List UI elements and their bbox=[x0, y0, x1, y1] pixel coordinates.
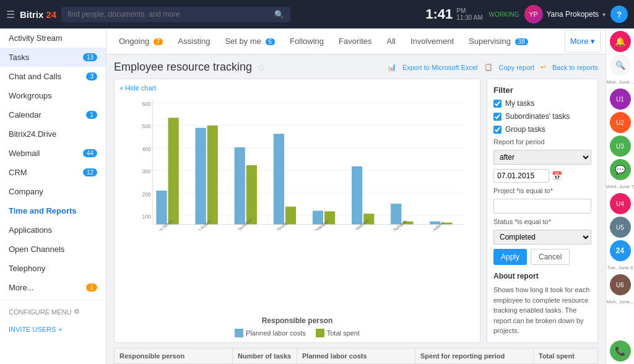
cancel-button[interactable]: Cancel bbox=[531, 249, 570, 265]
clock-info: 11:30 AM bbox=[456, 14, 482, 21]
invite-users[interactable]: INVITE USERS + bbox=[0, 321, 106, 338]
ongoing-badge: 7 bbox=[154, 38, 163, 45]
legend-planned-color bbox=[235, 329, 243, 337]
star-icon[interactable]: ☆ bbox=[257, 61, 266, 73]
tab-set-by-me[interactable]: Set by me 6 bbox=[217, 30, 282, 52]
chart-toggle[interactable]: « Hide chart bbox=[119, 84, 475, 92]
sidebar-item-more[interactable]: More... 1 bbox=[0, 278, 106, 297]
tab-all[interactable]: All bbox=[379, 30, 402, 52]
sidebar-item-webmail[interactable]: Webmail 44 bbox=[0, 144, 106, 163]
avatar-3[interactable]: U3 bbox=[610, 136, 631, 157]
table-col-1: Responsible person bbox=[115, 349, 233, 363]
back-to-reports-link[interactable]: Back to reports bbox=[552, 64, 598, 71]
avatar-6[interactable]: U6 bbox=[610, 274, 631, 295]
about-report-text: Shows how long it took for each employee… bbox=[493, 285, 591, 336]
tab-favorites[interactable]: Favorites bbox=[331, 30, 379, 52]
sidebar-label: Company bbox=[9, 187, 43, 196]
period-select[interactable]: after before between bbox=[493, 150, 591, 165]
sidebar-label: Time and Reports bbox=[9, 206, 77, 215]
table-col-4: Spent for reporting period bbox=[415, 349, 534, 363]
hamburger-icon[interactable]: ☰ bbox=[6, 9, 15, 20]
webmail-badge: 44 bbox=[83, 149, 97, 157]
sidebar-item-applications[interactable]: Applications bbox=[0, 220, 106, 240]
sidebar-item-activity[interactable]: Activity Stream bbox=[0, 28, 106, 48]
apply-button[interactable]: Apply bbox=[493, 249, 527, 265]
user-info[interactable]: YP Yana Prokopets ▾ bbox=[524, 5, 606, 24]
chat-green-icon[interactable]: 💬 bbox=[610, 159, 631, 180]
bitrix-icon[interactable]: 24 bbox=[610, 240, 631, 261]
my-tasks-check[interactable]: My tasks bbox=[493, 99, 591, 108]
tab-more[interactable]: More ▾ bbox=[565, 30, 601, 53]
tab-following[interactable]: Following bbox=[282, 30, 331, 52]
tab-label: More ▾ bbox=[570, 37, 595, 46]
export-excel-link[interactable]: Export to Microsoft Excel bbox=[402, 64, 478, 71]
configure-label: CONFIGURE MENU bbox=[9, 308, 71, 316]
svg-text:500: 500 bbox=[142, 123, 151, 129]
svg-text:100: 100 bbox=[142, 214, 151, 220]
svg-rect-14 bbox=[156, 191, 167, 225]
right-bar: 🔔 🔍 Mon, June... U1 U2 U3 💬 Wed, June 7 … bbox=[606, 28, 634, 364]
sidebar-item-drive[interactable]: Bitrix24.Drive bbox=[0, 124, 106, 144]
sidebar-label: CRM bbox=[9, 168, 27, 177]
search-button[interactable]: 🔍 bbox=[610, 54, 631, 76]
tab-supervising[interactable]: Supervising 38 bbox=[461, 30, 536, 52]
tab-ongoing[interactable]: Ongoing 7 bbox=[111, 30, 170, 52]
search-bar[interactable]: 🔍 bbox=[61, 7, 290, 22]
bell-button[interactable]: 🔔 bbox=[610, 31, 631, 52]
tab-label: Following bbox=[290, 37, 324, 46]
table-col-2: Number of tasks bbox=[233, 349, 297, 363]
avatar-2[interactable]: U2 bbox=[610, 112, 631, 133]
subordinates-checkbox[interactable] bbox=[493, 113, 502, 121]
sidebar-item-company[interactable]: Company bbox=[0, 182, 106, 201]
calendar-badge: 1 bbox=[86, 111, 97, 119]
sidebar-item-time-reports[interactable]: Time and Reports bbox=[0, 201, 106, 220]
sidebar-item-crm[interactable]: CRM 12 bbox=[0, 163, 106, 182]
tab-label: Involvement bbox=[410, 37, 454, 46]
copy-icon: 📋 bbox=[484, 63, 493, 71]
topbar: ☰ Bitrix 24 🔍 1:41 PM 11:30 AM WORKING Y… bbox=[0, 0, 634, 28]
phone-button[interactable]: 📞 bbox=[610, 340, 631, 362]
calendar-icon[interactable]: 📅 bbox=[552, 171, 562, 181]
search-input[interactable] bbox=[67, 10, 271, 19]
sidebar-item-telephony[interactable]: Telephony bbox=[0, 259, 106, 278]
sidebar-item-chat[interactable]: Chat and Calls 3 bbox=[0, 67, 106, 86]
sidebar-label: Telephony bbox=[9, 264, 45, 273]
date-input[interactable] bbox=[493, 169, 549, 183]
my-tasks-checkbox[interactable] bbox=[493, 100, 502, 108]
copy-report-link[interactable]: Copy report bbox=[499, 64, 534, 71]
svg-rect-23 bbox=[274, 134, 284, 224]
group-tasks-check[interactable]: Group tasks bbox=[493, 125, 591, 134]
sidebar-item-open-channels[interactable]: Open Channels bbox=[0, 240, 106, 259]
working-status: WORKING bbox=[489, 11, 519, 18]
sidebar-item-calendar[interactable]: Calendar 1 bbox=[0, 105, 106, 124]
tab-involvement[interactable]: Involvement bbox=[403, 30, 461, 52]
subordinates-check[interactable]: Subordinates' tasks bbox=[493, 112, 591, 121]
user-name: Yana Prokopets bbox=[547, 10, 599, 19]
chat-badge: 3 bbox=[86, 72, 97, 80]
group-tasks-checkbox[interactable] bbox=[493, 126, 502, 134]
sidebar-item-workgroups[interactable]: Workgroups bbox=[0, 86, 106, 105]
sidebar-item-tasks[interactable]: Tasks 13 bbox=[0, 48, 106, 67]
report-period-label: Report for period bbox=[493, 138, 591, 145]
sidebar-label: Applications bbox=[9, 225, 52, 235]
configure-menu[interactable]: CONFIGURE MENU ⚙ bbox=[0, 303, 106, 321]
page-title-row: Employee resource tracking ☆ bbox=[114, 61, 266, 74]
avatar-4[interactable]: U4 bbox=[610, 193, 631, 214]
svg-text:200: 200 bbox=[142, 191, 151, 197]
right-date-3: Tue, June 6 bbox=[607, 264, 633, 272]
logo-number: 24 bbox=[43, 9, 56, 20]
status-select[interactable]: Completed In progress Pending bbox=[493, 230, 591, 245]
help-button[interactable]: ? bbox=[610, 6, 628, 23]
legend-planned: Planned labor costs bbox=[235, 329, 306, 337]
tab-assisting[interactable]: Assisting bbox=[170, 30, 217, 52]
main-layout: Activity Stream Tasks 13 Chat and Calls … bbox=[0, 28, 634, 364]
legend-total-color bbox=[316, 329, 324, 337]
svg-rect-32 bbox=[391, 204, 401, 224]
chart-container: « Hide chart 600 500 400 300 200 100 bbox=[114, 79, 480, 343]
project-label: Project *is equal to* bbox=[493, 187, 591, 194]
avatar-1[interactable]: U1 bbox=[610, 89, 631, 110]
page-title: Employee resource tracking bbox=[114, 61, 252, 74]
about-report-title: About report bbox=[493, 272, 591, 280]
avatar-5[interactable]: U5 bbox=[610, 217, 631, 238]
project-input[interactable] bbox=[493, 199, 591, 214]
